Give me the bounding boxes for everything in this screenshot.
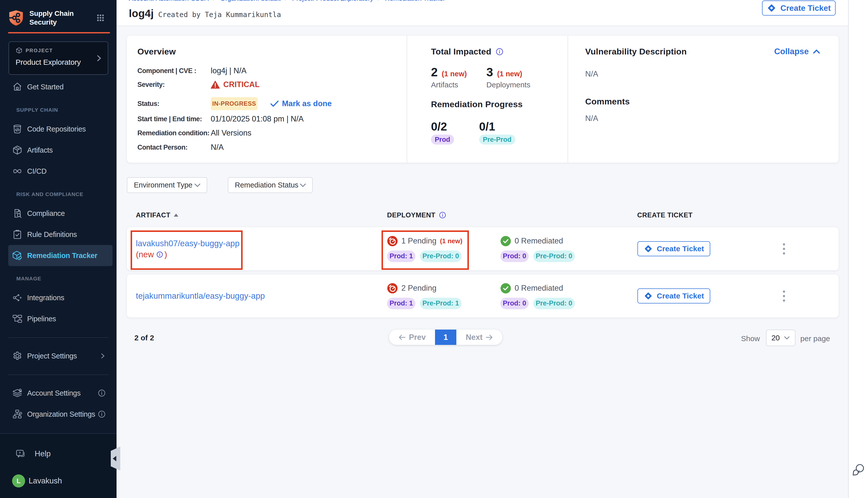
- remediated-check-icon: [500, 236, 511, 247]
- integrations-icon: [12, 292, 23, 303]
- sidebar-item-pipelines[interactable]: Pipelines: [8, 308, 113, 329]
- breadcrumb-organization[interactable]: Organization: default: [220, 0, 281, 2]
- project-selector[interactable]: PROJECT Product Exploratory: [9, 41, 108, 75]
- prod-badge: Prod: 1: [387, 298, 415, 309]
- sidebar-item-compliance[interactable]: Compliance: [8, 203, 113, 224]
- help-button[interactable]: ? Help: [0, 443, 117, 464]
- per-page-label: per page: [801, 335, 830, 343]
- create-ticket-button[interactable]: Create Ticket: [637, 241, 710, 256]
- brand-underline: [8, 32, 110, 34]
- status-badge: IN-PROGRESS: [211, 97, 258, 110]
- sidebar-item-remediation-tracker[interactable]: Remediation Tracker: [8, 245, 113, 266]
- document-search-icon: [12, 208, 23, 219]
- total-impacted-heading: Total Impacted: [431, 47, 491, 56]
- info-icon[interactable]: [98, 389, 105, 397]
- breadcrumb-project[interactable]: Project: Product Exploratory: [292, 0, 374, 2]
- create-ticket-button[interactable]: Create Ticket: [637, 288, 710, 303]
- info-icon[interactable]: [156, 251, 163, 258]
- preprod-badge: Pre-Prod: 0: [533, 250, 575, 262]
- ticket-diamond-icon: [644, 291, 653, 300]
- deployments-stat: 3 (1 new) Deployments: [487, 66, 530, 89]
- info-icon[interactable]: [496, 48, 503, 55]
- module-switcher-grid-icon[interactable]: [96, 14, 104, 22]
- sidebar-item-code-repositories[interactable]: Code Repositories: [8, 118, 113, 140]
- chevron-down-icon: [784, 336, 790, 340]
- sidebar-item-get-started[interactable]: Get Started: [8, 76, 113, 97]
- remediated-cell: 0 Remediated Prod: 0 Pre-Prod: 0: [492, 236, 628, 262]
- prev-page-button[interactable]: Prev: [389, 330, 435, 345]
- pipelines-icon: [12, 314, 23, 324]
- brand-row: Supply Chain Security: [0, 0, 117, 27]
- pagination: 2 of 2 Prev 1 Next Show: [127, 330, 839, 350]
- gear-icon: [12, 351, 23, 361]
- project-name: Product Exploratory: [16, 58, 102, 66]
- environment-type-select[interactable]: Environment Type: [127, 177, 207, 193]
- create-ticket-button[interactable]: Create Ticket: [762, 0, 835, 16]
- table-row: tejakummarikuntla/easy-buggy-app 2 Pendi…: [127, 274, 839, 317]
- overview-column: Overview Component | CVE : log4j | N/A S…: [127, 36, 407, 163]
- column-header-artifact[interactable]: ARTIFACT: [127, 211, 377, 219]
- chevron-down-icon: [300, 183, 306, 187]
- supply-chain-security-logo-icon: [8, 10, 24, 26]
- page-header: Account: Automation-SSCA > Organization:…: [117, 0, 848, 26]
- artifact-new-tag: (new ): [136, 249, 377, 260]
- artifact-link[interactable]: tejakummarikuntla/easy-buggy-app: [136, 290, 377, 301]
- artifact-link[interactable]: lavakush07/easy-buggy-app: [136, 238, 377, 249]
- cube-icon: [12, 145, 23, 155]
- sidebar-item-integrations[interactable]: Integrations: [8, 287, 113, 308]
- sidebar-item-artifacts[interactable]: Artifacts: [8, 140, 113, 161]
- chat-bubbles-icon[interactable]: [852, 463, 865, 476]
- avatar: L: [12, 474, 25, 487]
- create-ticket-cell: Create Ticket: [628, 288, 766, 303]
- ticket-diamond-icon: [644, 244, 653, 253]
- breadcrumb-remediation-tracker[interactable]: Remediation Tracker: [385, 0, 445, 2]
- severity-value: CRITICAL: [223, 80, 260, 89]
- breadcrumb-separator: >: [285, 0, 288, 2]
- breadcrumb-account[interactable]: Account: Automation-SSCA: [129, 0, 209, 2]
- mark-as-done-button[interactable]: Mark as done: [270, 99, 332, 108]
- remediated-count: 0 Remediated: [515, 236, 563, 246]
- pending-timer-icon: [387, 236, 398, 247]
- layers-gear-icon: [12, 388, 23, 398]
- remediated-cell: 0 Remediated Prod: 0 Pre-Prod: 0: [492, 283, 628, 309]
- sidebar-section-manage: MANAGE: [16, 274, 117, 284]
- help-chat-icon: ?: [15, 448, 26, 459]
- check-icon: [270, 100, 279, 107]
- prod-badge: Prod: 1: [387, 250, 415, 262]
- remediation-status-select[interactable]: Remediation Status: [228, 177, 313, 193]
- sidebar-item-project-settings[interactable]: Project Settings: [8, 345, 113, 366]
- sidebar-item-cicd[interactable]: CI/CD: [8, 161, 113, 182]
- project-label: PROJECT: [26, 48, 53, 53]
- table-header: ARTIFACT DEPLOYMENT CREATE TICKET: [127, 210, 839, 220]
- preprod-progress: 0/1 Pre-Prod: [479, 121, 515, 145]
- page-size-select[interactable]: 20: [766, 330, 795, 346]
- ticket-diamond-icon: [767, 3, 776, 13]
- pending-count: 1 Pending: [401, 236, 437, 246]
- artifact-cell: lavakush07/easy-buggy-app (new ): [127, 238, 377, 260]
- next-page-button[interactable]: Next: [456, 330, 502, 345]
- overview-card: Overview Component | CVE : log4j | N/A S…: [127, 36, 839, 163]
- remediation-progress-heading: Remediation Progress: [431, 100, 568, 109]
- condition-row: Remediation condition: All Versions: [138, 128, 406, 138]
- status-row: Status: IN-PROGRESS Mark as done: [138, 97, 406, 110]
- row-menu-kebab-icon[interactable]: [780, 241, 788, 257]
- sidebar-divider: [8, 337, 108, 338]
- help-label: Help: [35, 449, 51, 458]
- sidebar-item-account-settings[interactable]: Account Settings: [8, 382, 113, 404]
- info-icon[interactable]: [98, 410, 105, 418]
- remediated-count: 0 Remediated: [515, 284, 563, 293]
- breadcrumb-separator: >: [213, 0, 216, 2]
- deployment-cell: 2 Pending Prod: 1 Pre-Prod: 1: [377, 283, 492, 309]
- current-page-button[interactable]: 1: [435, 330, 456, 345]
- right-rail: [848, 0, 868, 498]
- row-menu-kebab-icon[interactable]: [780, 288, 788, 304]
- svg-text:?: ?: [18, 451, 21, 455]
- critical-warning-icon: [211, 81, 220, 89]
- sidebar-item-rule-definitions[interactable]: Rule Definitions: [8, 224, 113, 245]
- user-menu[interactable]: L Lavakush: [0, 471, 117, 490]
- collapse-button[interactable]: Collapse: [774, 47, 820, 56]
- preprod-badge: Pre-Prod: 0: [420, 250, 462, 262]
- info-icon[interactable]: [439, 212, 446, 219]
- content: Overview Component | CVE : log4j | N/A S…: [117, 36, 848, 350]
- sidebar-item-organization-settings[interactable]: Organization Settings: [8, 404, 113, 425]
